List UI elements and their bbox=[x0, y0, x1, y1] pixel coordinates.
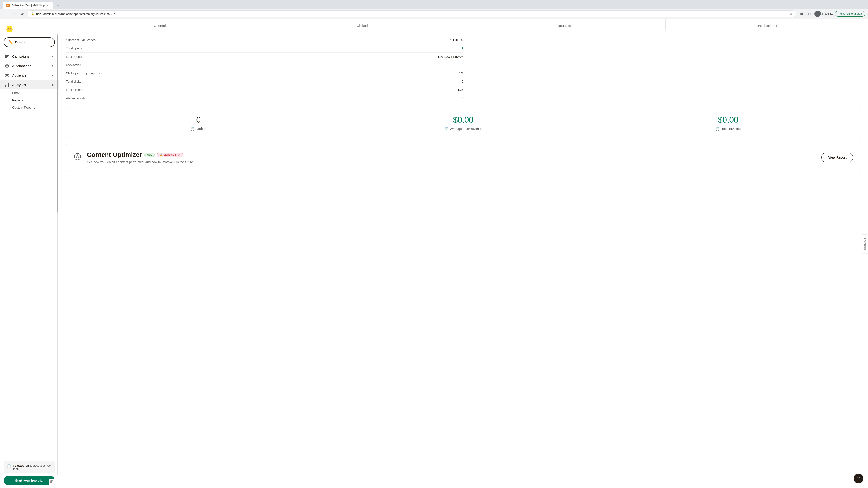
audience-chevron-icon: ▼ bbox=[51, 74, 54, 77]
svg-rect-16 bbox=[6, 84, 7, 87]
trial-notice-text: 89 days left to access a free trial. bbox=[13, 464, 52, 470]
avg-order-link[interactable]: Average order revenue bbox=[450, 127, 483, 131]
audience-icon bbox=[4, 73, 9, 78]
tab-title: Subject for Test | Mailchimp bbox=[12, 4, 45, 7]
incognito-button[interactable]: S Incognito bbox=[814, 11, 833, 17]
sidebar-item-automations[interactable]: Automations ▼ bbox=[0, 61, 59, 70]
svg-point-14 bbox=[8, 74, 9, 75]
last-opened-value: 11/30/23 11:50AM bbox=[438, 55, 463, 59]
browser-chrome: M Subject for Test | Mailchimp ✕ + ← → ⟳… bbox=[0, 0, 868, 19]
email-label: Email bbox=[12, 91, 20, 95]
deliveries-label: Successful deliveries bbox=[66, 38, 450, 42]
sidebar-item-email[interactable]: Email bbox=[0, 90, 59, 97]
sidebar-item-campaigns[interactable]: Campaigns ▼ bbox=[0, 52, 59, 61]
svg-point-11 bbox=[6, 65, 8, 66]
feedback-tab[interactable]: Feedback bbox=[862, 234, 868, 254]
sidebar-item-analytics[interactable]: Analytics ▲ bbox=[0, 80, 59, 90]
create-label: Create bbox=[15, 40, 26, 44]
sidebar-item-audience[interactable]: Audience ▼ bbox=[0, 70, 59, 80]
optimizer-title-text: Content Optimizer bbox=[87, 151, 142, 158]
lock-icon: 🔒 bbox=[31, 12, 34, 15]
stats-row-abuse-reports: Abuse reports 0 bbox=[66, 94, 463, 102]
stat-opened: Opened bbox=[59, 19, 261, 30]
stats-header: Opened Clicked Bounced Unsubscribed bbox=[59, 19, 868, 31]
avg-order-label: 🛒 Average order revenue bbox=[336, 127, 590, 131]
sidebar-item-custom-reports[interactable]: Custom Reports bbox=[0, 104, 59, 111]
last-opened-label: Last opened bbox=[66, 55, 438, 59]
avg-order-value: $0.00 bbox=[336, 115, 590, 125]
optimizer-description: See how your email's content performed, … bbox=[87, 160, 816, 164]
view-report-button[interactable]: View Report bbox=[822, 153, 853, 162]
trial-notice: 🕐 89 days left to access a free trial. bbox=[4, 461, 55, 473]
reload-button[interactable]: ⟳ bbox=[19, 11, 25, 17]
feedback-label: Feedback bbox=[864, 238, 867, 250]
trial-days: 89 days left bbox=[13, 464, 29, 467]
automations-chevron-icon: ▼ bbox=[51, 64, 54, 67]
analytics-icon bbox=[4, 82, 9, 87]
revenue-orders: 0 🛒 Orders bbox=[66, 108, 331, 138]
custom-reports-label: Custom Reports bbox=[12, 106, 35, 109]
svg-rect-8 bbox=[5, 56, 8, 57]
create-button[interactable]: ✏️ Create bbox=[4, 37, 55, 47]
stats-column-right: Clicks per unique opens 0% Total clicks … bbox=[66, 69, 463, 102]
bookmark-icon[interactable]: ☆ bbox=[789, 12, 793, 15]
svg-rect-17 bbox=[8, 83, 9, 87]
browser-tab[interactable]: M Subject for Test | Mailchimp ✕ bbox=[3, 2, 53, 9]
relaunch-button[interactable]: Relaunch to update bbox=[835, 11, 865, 17]
sidebar-item-reports[interactable]: Reports bbox=[0, 97, 59, 104]
mailchimp-logo-icon bbox=[4, 24, 14, 34]
deliveries-value: 1 100.0% bbox=[450, 38, 463, 42]
svg-rect-9 bbox=[5, 57, 7, 58]
last-clicked-label: Last clicked bbox=[66, 88, 458, 92]
total-clicks-label: Total clicks bbox=[66, 80, 462, 84]
sidebar-collapse-button[interactable] bbox=[49, 479, 55, 485]
sidebar-toggle-button[interactable]: ⊡ bbox=[806, 11, 813, 17]
forward-button[interactable]: → bbox=[11, 11, 17, 17]
app-container: ✏️ Create Campaigns ▼ Automations ▼ bbox=[0, 19, 868, 488]
campaigns-icon bbox=[4, 54, 9, 59]
browser-nav: ← → ⟳ 🔒 us21.admin.mailchimp.com/reports… bbox=[0, 9, 868, 19]
tab-favicon: M bbox=[6, 4, 10, 7]
optimizer-text: Content Optimizer New 🔒 Standard Plan Se… bbox=[87, 151, 816, 164]
browser-actions: ⊞ ⊡ S Incognito Relaunch to update bbox=[798, 11, 865, 17]
sidebar-scrollbar[interactable] bbox=[57, 33, 58, 475]
reports-label: Reports bbox=[12, 98, 23, 102]
browser-titlebar: M Subject for Test | Mailchimp ✕ + bbox=[0, 0, 868, 9]
stat-bounced: Bounced bbox=[463, 19, 666, 30]
nav-section: Campaigns ▼ Automations ▼ Audience ▼ bbox=[0, 51, 59, 112]
svg-point-13 bbox=[5, 74, 6, 75]
sidebar-logo bbox=[0, 19, 59, 37]
optimizer-plan-text: Standard Plan bbox=[163, 153, 181, 156]
incognito-label: Incognito bbox=[822, 12, 833, 15]
start-trial-button[interactable]: Start your free trial bbox=[4, 476, 55, 485]
cart-icon: 🛒 bbox=[191, 127, 195, 131]
main-content: Opened Clicked Bounced Unsubscribed Succ… bbox=[59, 19, 868, 488]
clock-icon: 🕐 bbox=[7, 464, 11, 468]
orders-label-text: Orders bbox=[197, 127, 206, 131]
back-button[interactable]: ← bbox=[3, 11, 9, 17]
automations-icon bbox=[4, 63, 9, 68]
stats-row-clicks-per-unique: Clicks per unique opens 0% bbox=[66, 69, 463, 77]
help-button[interactable]: ? bbox=[854, 474, 864, 484]
svg-point-4 bbox=[8, 26, 11, 28]
forwarded-label: Forwarded bbox=[66, 63, 462, 67]
optimizer-title: Content Optimizer New 🔒 Standard Plan bbox=[87, 151, 816, 158]
stats-column-left: Successful deliveries 1 100.0% Total ope… bbox=[66, 36, 463, 69]
last-clicked-value: N/A bbox=[458, 88, 463, 92]
incognito-avatar: S bbox=[814, 11, 821, 17]
new-tab-button[interactable]: + bbox=[55, 2, 61, 8]
stats-row-total-clicks: Total clicks 0 bbox=[66, 77, 463, 86]
campaigns-chevron-icon: ▼ bbox=[51, 55, 54, 58]
abuse-reports-label: Abuse reports bbox=[66, 96, 462, 100]
total-revenue-link[interactable]: Total revenue bbox=[721, 127, 741, 131]
revenue-avg-order: $0.00 🛒 Average order revenue bbox=[331, 108, 596, 138]
total-cart-icon: 🛒 bbox=[716, 127, 720, 131]
analytics-label: Analytics bbox=[12, 83, 26, 87]
address-bar[interactable]: 🔒 us21.admin.mailchimp.com/reports/summa… bbox=[27, 10, 796, 17]
svg-point-6 bbox=[10, 29, 11, 30]
tab-close-button[interactable]: ✕ bbox=[46, 4, 49, 7]
extensions-button[interactable]: ⊞ bbox=[798, 11, 804, 17]
clicked-label: Clicked bbox=[356, 24, 368, 28]
abuse-reports-value: 0 bbox=[462, 96, 463, 100]
svg-point-5 bbox=[7, 29, 9, 30]
